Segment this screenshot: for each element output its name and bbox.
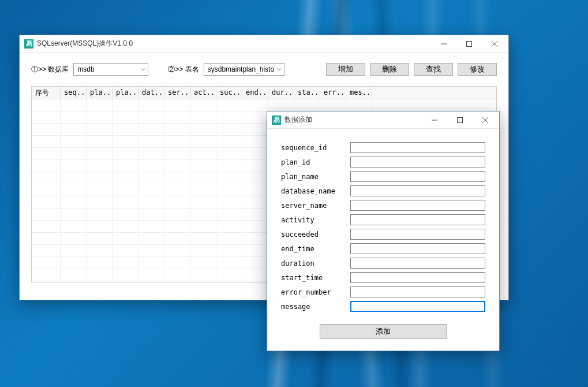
database_name-input[interactable] [350,185,485,196]
table-cell [242,221,268,232]
close-button[interactable] [473,112,498,128]
column-header[interactable]: sta... [294,87,320,99]
column-header[interactable]: 序号 [32,87,61,99]
table-cell [216,221,242,232]
table-cell [61,209,87,220]
table-cell [164,269,190,281]
table-cell [242,160,268,172]
form-row: succeeded [281,227,485,241]
table-cell [242,257,268,269]
column-header[interactable]: dat... [138,87,164,99]
table-cell [138,172,164,184]
end_time-input[interactable] [350,243,485,254]
column-header[interactable]: act... [190,87,216,99]
table-cell [32,148,61,159]
add-button[interactable]: 增加 [326,63,365,76]
table-cell [113,160,138,172]
table-cell [138,184,164,196]
table-cell [294,99,320,111]
table-cell [164,111,190,123]
toolbar: ①>> 数据库 msdb ②>> 表名 sysdbmaintplan_histo… [31,63,497,76]
message-input[interactable] [350,301,485,312]
plan_name-input[interactable] [350,171,485,182]
table-cell [87,257,113,269]
column-header[interactable]: suc... [216,87,242,99]
table-cell [113,209,138,220]
submit-add-button[interactable]: 添加 [320,324,447,339]
table-cell [113,257,138,269]
table-cell [164,257,190,269]
table-cell [216,184,242,196]
column-header[interactable]: seq... [61,87,87,99]
start_time-input[interactable] [350,272,485,283]
add-dialog-window: 易 数据添加 sequence_idplan_idplan_namedataba… [267,111,500,351]
table-cell [190,269,216,281]
table-cell [61,184,87,196]
table-cell [242,245,268,256]
column-header[interactable]: dur... [268,87,294,99]
table-cell [32,124,61,135]
form-row: start_time [281,270,485,285]
column-header[interactable]: mes... [346,87,372,99]
table-row[interactable] [32,99,496,111]
table-cell [242,196,268,208]
modify-button[interactable]: 修改 [458,63,497,76]
table-cell [113,136,138,147]
plan_id-input[interactable] [350,157,485,168]
server_name-input[interactable] [350,200,485,211]
duration-input[interactable] [350,258,485,269]
minimize-button[interactable] [422,112,447,128]
column-header[interactable]: ser... [164,87,190,99]
svg-rect-0 [467,41,472,46]
table-cell [190,124,216,135]
field-label: plan_id [281,158,350,166]
table-cell [113,233,138,244]
table-combobox[interactable]: sysdbmaintplan_history [204,63,284,76]
table-cell [164,184,190,196]
succeeded-input[interactable] [350,229,485,240]
database-combobox[interactable]: msdb [73,63,148,76]
minimize-button[interactable] [431,36,456,52]
find-button[interactable]: 查找 [414,63,453,76]
table-cell [164,196,190,208]
activity-input[interactable] [350,214,485,225]
table-cell [320,99,346,111]
delete-button[interactable]: 删除 [370,63,409,76]
chevron-down-icon [141,65,145,73]
maximize-button[interactable] [447,112,473,128]
column-header[interactable]: err... [320,87,346,99]
form-row: error_number [281,285,485,299]
table-cell [164,233,190,244]
table-cell [138,269,164,281]
table-cell [61,111,87,123]
table-cell [164,172,190,184]
table-cell [32,233,61,244]
table-cell [190,148,216,159]
dialog-titlebar[interactable]: 易 数据添加 [267,111,499,129]
close-button[interactable] [482,36,507,52]
table-cell [113,269,138,281]
table-cell [190,245,216,256]
sequence_id-input[interactable] [350,142,485,153]
table-cell [61,245,87,256]
table-cell [190,257,216,269]
column-header[interactable]: pla... [87,87,113,99]
field-label: start_time [281,274,350,282]
table-cell [113,196,138,208]
table-cell [87,124,113,135]
table-cell [138,257,164,269]
table-cell [242,209,268,220]
table-cell [113,148,138,159]
table-cell [87,209,113,220]
column-header[interactable]: end... [242,87,268,99]
table-cell [242,99,268,111]
table-cell [190,221,216,232]
maximize-button[interactable] [456,36,482,52]
main-titlebar[interactable]: 易 SQLserver(MSSQL)操作V1.0.0 [20,35,508,53]
table-cell [87,160,113,172]
error_number-input[interactable] [350,286,485,297]
column-header[interactable]: pla... [113,87,138,99]
table-cell [32,257,61,269]
table-cell [190,160,216,172]
table-cell [216,196,242,208]
